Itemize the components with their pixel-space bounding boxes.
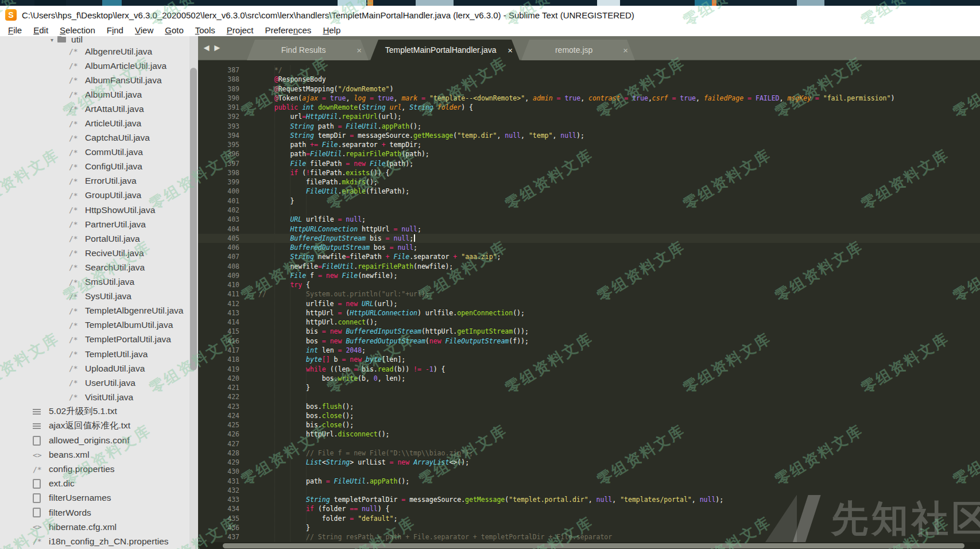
sidebar-item[interactable]: /*SmsUtil.java (0, 275, 198, 289)
file-name: PartnerUtil.java (85, 219, 146, 230)
sidebar-scrollbar[interactable] (189, 36, 198, 549)
code-line: 395 path += File.separator + tempDir; (198, 140, 980, 149)
line-number: 414 (198, 318, 258, 327)
document-file-icon (33, 479, 49, 489)
sidebar-item[interactable]: <>beans.xml (0, 448, 198, 462)
close-tab-icon[interactable]: × (623, 45, 628, 55)
line-number: 398 (198, 168, 258, 177)
sidebar-item[interactable]: ajax返回值标准化.txt (0, 419, 198, 433)
file-name: TempletAlbumUtil.java (85, 320, 173, 330)
sidebar-item[interactable]: /*SearchUtil.java (0, 260, 198, 274)
menu-find[interactable]: Find (101, 25, 129, 35)
file-name: UserUtil.java (85, 378, 135, 388)
file-name: allowed_origins.conf (49, 435, 129, 446)
close-tab-icon[interactable]: × (508, 45, 513, 55)
sidebar-item[interactable]: /*TempletAlbumUtil.java (0, 318, 198, 333)
sidebar-item[interactable]: /*UserUtil.java (0, 376, 198, 390)
sidebar-item[interactable]: /*VisitUtil.java (0, 390, 198, 404)
sidebar-item[interactable]: /*GroupUtil.java (0, 188, 198, 203)
sidebar-item[interactable]: 5.02升级到5.1.txt (0, 404, 198, 419)
line-number: 405 (198, 234, 258, 243)
menu-edit[interactable]: Edit (28, 25, 54, 35)
line-number: 409 (198, 271, 258, 280)
line-number: 421 (198, 383, 258, 392)
code-line: 421 } (198, 383, 980, 392)
close-tab-icon[interactable]: × (357, 45, 362, 55)
file-name: config.properties (49, 464, 115, 474)
horizontal-scrollbar[interactable] (198, 542, 980, 549)
sidebar-item[interactable]: allowed_origins.conf (0, 434, 198, 448)
menu-help[interactable]: Help (317, 25, 346, 35)
sidebar-item[interactable]: /*UploadUtil.java (0, 361, 198, 376)
sidebar-item[interactable]: /*ErrorUtil.java (0, 174, 198, 188)
sidebar-item[interactable]: /*TempletAlbgenreUtil.java (0, 304, 198, 318)
source-file-icon: /* (33, 537, 49, 546)
sidebar-item[interactable]: /*AlbumFansUtil.java (0, 73, 198, 87)
tab-scroll-left-icon[interactable]: ◀ (204, 44, 209, 52)
menu-view[interactable]: View (129, 25, 159, 35)
menu-project[interactable]: Project (221, 25, 259, 35)
source-file-icon: /* (69, 220, 85, 229)
sidebar-item[interactable]: /*ReciveUtil.java (0, 246, 198, 260)
sidebar-item[interactable]: ext.dic (0, 477, 198, 491)
source-file-icon: /* (69, 364, 85, 373)
line-number: 422 (198, 392, 258, 401)
file-name: i18n_config_zh_CN.properties (49, 536, 169, 547)
line-number: 426 (198, 430, 258, 439)
sidebar-item[interactable]: <>hibernate.cfg.xml (0, 520, 198, 534)
code-line: 388 @ResponseBody (198, 75, 980, 84)
menu-tools[interactable]: Tools (189, 25, 221, 35)
tab-label: remote.jsp (528, 45, 619, 55)
tab-scroll-right-icon[interactable]: ▶ (215, 44, 220, 52)
xianzhi-logo-text: 先知社区 (831, 494, 980, 544)
line-number: 394 (198, 131, 258, 140)
folder-expand-arrow-icon[interactable]: ▾ (51, 37, 53, 43)
sidebar-item[interactable]: /*AlbumUtil.java (0, 87, 198, 102)
menu-preferences[interactable]: Preferences (259, 25, 317, 35)
file-name: hibernate.cfg.xml (49, 522, 117, 532)
sidebar-item[interactable]: filterWords (0, 505, 198, 520)
code-editor[interactable]: 387 */388 @ResponseBody389 @RequestMappi… (198, 60, 980, 549)
sidebar-item[interactable]: /*CommUtil.java (0, 145, 198, 160)
sidebar-item[interactable]: /*HttpShowUtil.java (0, 203, 198, 217)
source-file-icon: /* (69, 61, 85, 70)
sublime-text-icon: S (5, 9, 17, 21)
menu-goto[interactable]: Goto (159, 25, 189, 35)
line-number: 404 (198, 225, 258, 234)
sidebar-item[interactable]: /*PortalUtil.java (0, 231, 198, 246)
menu-selection[interactable]: Selection (54, 25, 101, 35)
line-number: 417 (198, 346, 258, 355)
sidebar-file-list: /*AlbgenreUtil.java/*AlbumArticleUtil.ja… (0, 44, 198, 548)
sidebar-item[interactable]: /*TempletUtil.java (0, 347, 198, 361)
sidebar-item[interactable]: /*TempletPortalUtil.java (0, 333, 198, 347)
menu-file[interactable]: File (2, 25, 28, 35)
sidebar-item[interactable]: filterUsernames (0, 491, 198, 505)
tab-remote-jsp[interactable]: remote.jsp× (521, 40, 635, 60)
line-number: 407 (198, 252, 258, 261)
sidebar-item[interactable]: /*AlbumArticleUtil.java (0, 59, 198, 73)
line-number: 423 (198, 402, 258, 411)
tab-templetmainportalhandler-java[interactable]: TempletMainPortalHandler.java× (370, 40, 520, 60)
text-file-icon (33, 408, 49, 415)
sidebar-item[interactable]: /*i18n_config_zh_CN.properties (0, 534, 198, 548)
file-name: filterUsernames (49, 493, 111, 503)
menu-bar: FileEditSelectionFindViewGotoToolsProjec… (0, 24, 980, 36)
sidebar-item[interactable]: /*ArticleUtil.java (0, 116, 198, 130)
code-line: 428 // File f = new File("D:\\tmp\\biao.… (198, 449, 980, 458)
tab-find-results[interactable]: Find Results× (247, 40, 369, 60)
sidebar-item[interactable]: /*config.properties (0, 462, 198, 477)
markup-file-icon: <> (33, 523, 49, 531)
line-number: 425 (198, 420, 258, 430)
sidebar-item[interactable]: /*ArtAttaUtil.java (0, 102, 198, 116)
sidebar-item[interactable]: /*ConfigUtil.java (0, 160, 198, 174)
sidebar-item[interactable]: /*PartnerUtil.java (0, 217, 198, 231)
sidebar-item[interactable]: /*AlbgenreUtil.java (0, 44, 198, 59)
source-file-icon: /* (69, 177, 85, 185)
sidebar-item[interactable]: /*SysUtil.java (0, 289, 198, 304)
sidebar-folder-util[interactable]: ▾ util (0, 36, 198, 44)
horizontal-scrollbar-thumb[interactable] (223, 543, 964, 548)
code-line: 393 String path = FileUtil.appPath(); (198, 122, 980, 131)
file-name: TempletPortalUtil.java (85, 334, 171, 345)
sidebar-scrollbar-thumb[interactable] (190, 68, 197, 370)
sidebar-item[interactable]: /*CaptchaUtil.java (0, 131, 198, 145)
